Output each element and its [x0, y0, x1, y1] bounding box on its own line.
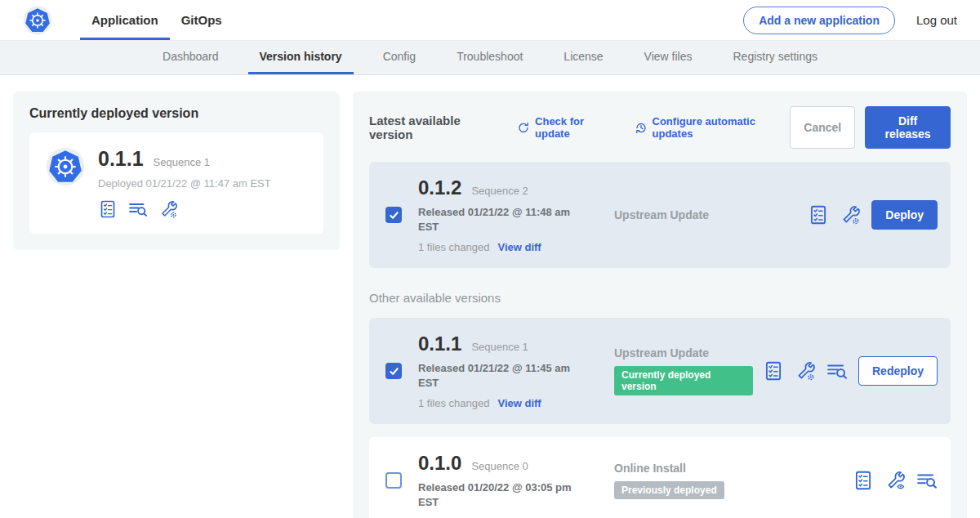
previously-deployed-badge: Previously deployed [614, 481, 724, 499]
add-application-button[interactable]: Add a new application [743, 7, 895, 34]
version-status: Online Install Previously deployed [598, 462, 843, 499]
preflight-checklist-icon[interactable] [808, 204, 829, 226]
tab-version-history-label: Version history [260, 50, 342, 63]
top-tab-application-label: Application [91, 13, 158, 27]
tab-dashboard-label: Dashboard [163, 50, 219, 63]
version-info: 0.1.0 Sequence 0 Released 01/20/22 @ 03:… [418, 452, 598, 509]
checkmark-icon [389, 366, 399, 377]
checkmark-icon [389, 210, 399, 221]
view-diff-link[interactable]: View diff [497, 241, 541, 253]
tab-view-files[interactable]: View files [633, 41, 704, 74]
tab-troubleshoot[interactable]: Troubleshoot [445, 41, 534, 74]
top-tab-gitops[interactable]: GitOps [170, 0, 234, 40]
top-tab-bar: Application GitOps [80, 0, 234, 40]
redeploy-button[interactable]: Redeploy [858, 356, 938, 386]
version-sequence: Sequence 1 [471, 341, 528, 353]
files-changed-label: 1 files changed [418, 241, 489, 253]
currently-deployed-card: Currently deployed version 0.1.1 Sequenc… [13, 92, 340, 250]
other-versions-label: Other available versions [369, 291, 951, 305]
version-number: 0.1.0 [418, 452, 461, 475]
deployed-version-details: 0.1.1 Sequence 1 Deployed 01/21/22 @ 11:… [98, 147, 271, 219]
version-actions: Deploy [808, 200, 938, 230]
view-config-icon[interactable] [884, 470, 906, 491]
edit-config-icon[interactable] [158, 199, 178, 219]
tab-troubleshoot-label: Troubleshoot [457, 50, 523, 63]
version-info: 0.1.1 Sequence 1 Released 01/21/22 @ 11:… [418, 333, 598, 409]
main-content: Currently deployed version 0.1.1 Sequenc… [0, 75, 980, 518]
deploy-button[interactable]: Deploy [871, 200, 938, 230]
version-number: 0.1.1 [418, 333, 461, 355]
latest-version-title: Latest available version [369, 114, 499, 141]
files-changed-label: 1 files changed [418, 397, 489, 409]
version-history-panel: Latest available version Check for updat… [353, 92, 967, 518]
preflight-checklist-icon[interactable] [853, 470, 874, 491]
version-sequence: Sequence 2 [471, 185, 528, 197]
version-checkbox[interactable] [385, 363, 402, 379]
schedule-icon [635, 121, 648, 135]
configure-updates-label: Configure automatic updates [653, 115, 791, 140]
panel-header: Latest available version Check for updat… [369, 106, 951, 149]
released-timestamp: Released 01/20/22 @ 03:05 pm EST [418, 480, 588, 509]
version-checkbox[interactable] [385, 472, 402, 489]
version-sequence: Sequence 0 [471, 460, 528, 472]
view-files-icon[interactable] [826, 360, 848, 382]
app-icon [46, 147, 85, 219]
tab-license-label: License [564, 50, 603, 63]
released-timestamp: Released 01/21/22 @ 11:48 am EST [418, 205, 588, 234]
refresh-icon [517, 121, 530, 135]
version-number: 0.1.2 [418, 176, 461, 199]
currently-deployed-title: Currently deployed version [29, 106, 323, 121]
version-checkbox[interactable] [385, 207, 402, 223]
deployed-sequence: Sequence 1 [154, 156, 210, 168]
version-row-0-1-2: 0.1.2 Sequence 2 Released 01/21/22 @ 11:… [369, 162, 951, 268]
app-sub-nav: Dashboard Version history Config Trouble… [0, 41, 980, 75]
tab-registry-settings[interactable]: Registry settings [722, 41, 829, 74]
version-row-0-1-0: 0.1.0 Sequence 0 Released 01/20/22 @ 03:… [369, 437, 951, 518]
version-status: Upstream Update Currently deployed versi… [598, 346, 753, 395]
edit-config-icon[interactable] [840, 204, 861, 226]
version-source: Online Install [614, 462, 843, 475]
tab-config[interactable]: Config [372, 41, 427, 74]
top-tab-gitops-label: GitOps [181, 13, 222, 27]
tab-version-history[interactable]: Version history [248, 41, 354, 74]
check-for-update-label: Check for update [535, 115, 617, 140]
deployed-timestamp: Deployed 01/21/22 @ 11:47 am EST [98, 177, 271, 190]
kubernetes-logo[interactable] [23, 0, 52, 40]
top-nav: Application GitOps Add a new application… [0, 0, 980, 41]
view-diff-link[interactable]: View diff [497, 397, 541, 409]
version-actions [853, 470, 938, 491]
deployed-version-card: 0.1.1 Sequence 1 Deployed 01/21/22 @ 11:… [29, 132, 323, 234]
currently-deployed-badge: Currently deployed version [614, 366, 753, 395]
tab-config-label: Config [383, 50, 416, 63]
deployed-version-number: 0.1.1 [98, 147, 144, 171]
version-source: Upstream Update [614, 208, 798, 221]
logout-link[interactable]: Log out [916, 13, 957, 27]
version-info: 0.1.2 Sequence 2 Released 01/21/22 @ 11:… [418, 176, 598, 253]
tab-view-files-label: View files [644, 50, 693, 63]
check-for-update-link[interactable]: Check for update [517, 115, 616, 140]
released-timestamp: Released 01/21/22 @ 11:45 am EST [418, 361, 588, 390]
preflight-checklist-icon[interactable] [763, 360, 784, 382]
top-tab-application[interactable]: Application [80, 0, 170, 40]
version-source: Upstream Update [614, 346, 753, 359]
tab-dashboard[interactable]: Dashboard [151, 41, 230, 74]
view-files-icon[interactable] [916, 470, 938, 491]
preflight-checklist-icon[interactable] [98, 199, 118, 219]
diff-releases-button[interactable]: Diff releases [865, 106, 951, 149]
tab-registry-settings-label: Registry settings [733, 50, 817, 63]
version-row-0-1-1: 0.1.1 Sequence 1 Released 01/21/22 @ 11:… [369, 318, 951, 424]
edit-config-icon[interactable] [795, 360, 816, 382]
version-actions: Redeploy [763, 356, 938, 386]
view-files-icon[interactable] [128, 199, 148, 219]
tab-license[interactable]: License [552, 41, 614, 74]
version-status: Upstream Update [598, 208, 798, 221]
configure-updates-link[interactable]: Configure automatic updates [635, 115, 791, 140]
cancel-button[interactable]: Cancel [790, 106, 855, 149]
top-nav-right: Add a new application Log out [743, 0, 957, 40]
